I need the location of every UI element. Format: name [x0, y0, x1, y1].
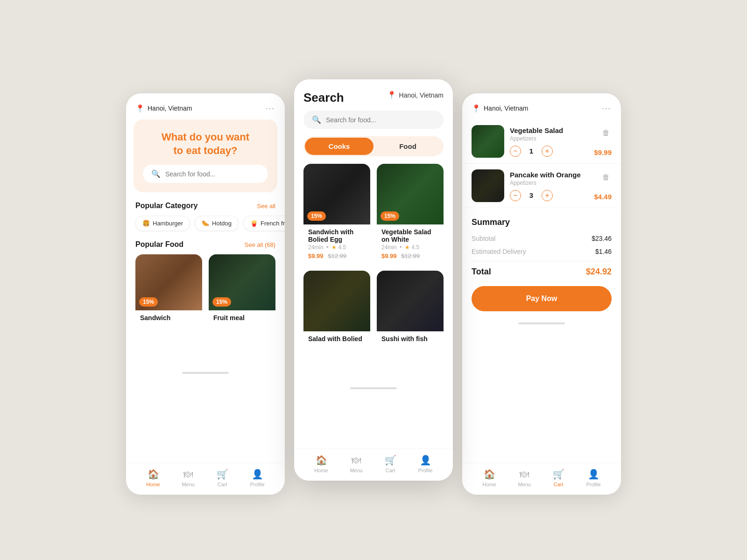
qty-increase-2[interactable]: +: [542, 190, 553, 201]
nav-home[interactable]: 🏠 Home: [146, 469, 160, 487]
search-food-card-3[interactable]: Salad with Bolied: [303, 271, 370, 343]
screens-container: 📍 Hanoi, Vietnam ⋯ What do you want to e…: [107, 37, 640, 523]
search-food-card-1[interactable]: 15% Sandwich with Bolied Egg 24min • ★ 4…: [303, 164, 370, 264]
cart-item-2: Pancake with Orange Appetizers − 3 + 🗑 $…: [462, 164, 621, 208]
hero-section: What do you want to eat today? 🔍: [134, 119, 277, 192]
home-menu-icon[interactable]: ⋯: [265, 103, 275, 114]
food-card-sandwich[interactable]: 15% Sandwich: [135, 254, 202, 323]
qty-value-2: 3: [527, 191, 536, 199]
profile-icon: 👤: [252, 469, 263, 480]
category-chips: 🍔 Hamburger 🌭 Hotdog 🍟 French fri...: [126, 216, 285, 240]
search-food-grid: 15% Sandwich with Bolied Egg 24min • ★ 4…: [294, 164, 453, 343]
cart-item-category-2: Appetizers: [510, 180, 588, 186]
summary-delivery-row: Estimated Delivery $1.46: [472, 248, 612, 255]
cart-scroll-indicator: [518, 322, 565, 324]
total-row: Total $24.92: [472, 267, 612, 277]
cart-delete-2[interactable]: 🗑: [600, 171, 612, 183]
search-bar-icon: 🔍: [312, 115, 321, 124]
search-nav-cart[interactable]: 🛒 Cart: [385, 455, 396, 473]
search-nav-profile-label: Profile: [418, 468, 432, 473]
chip-hotdog[interactable]: 🌭 Hotdog: [195, 216, 239, 231]
cart-item-info-1: Vegetable Salad Appetizers − 1 +: [510, 126, 588, 157]
home-location: 📍 Hanoi, Vietnam: [135, 104, 192, 113]
hero-search-bar[interactable]: 🔍: [143, 165, 268, 183]
cart-nav-home[interactable]: 🏠 Home: [482, 469, 496, 487]
cart-profile-icon: 👤: [588, 469, 599, 480]
cart-qty-row-1: − 1 +: [510, 146, 588, 157]
menu-icon: 🍽: [183, 469, 193, 480]
search-discount-1: 15%: [307, 211, 326, 221]
cart-nav-menu-label: Menu: [518, 482, 531, 487]
cart-nav-menu[interactable]: 🍽 Menu: [518, 469, 531, 487]
cart-nav-cart[interactable]: 🛒 Cart: [553, 469, 564, 487]
search-nav-menu[interactable]: 🍽 Menu: [350, 455, 363, 473]
qty-value-1: 1: [527, 147, 536, 155]
popular-food-title: Popular Food: [135, 240, 183, 249]
food-card-fruit[interactable]: 15% Fruit meal: [209, 254, 275, 323]
cart-nav-bar: 🏠 Home 🍽 Menu 🛒 Cart 👤 Profile: [462, 462, 621, 495]
hero-search-input[interactable]: [165, 170, 260, 178]
hero-title: What do you want to eat today?: [143, 131, 268, 157]
qty-decrease-2[interactable]: −: [510, 190, 521, 201]
nav-cart[interactable]: 🛒 Cart: [217, 469, 228, 487]
cart-home-icon: 🏠: [484, 469, 495, 480]
search-location-icon: 📍: [387, 91, 396, 99]
search-input[interactable]: [326, 116, 435, 124]
cart-item-category-1: Appetizers: [510, 135, 588, 142]
cart-item-name-2: Pancake with Orange: [510, 171, 588, 179]
search-food-card-2[interactable]: 15% Vegetable Salad on White 24min • ★ 4…: [377, 164, 444, 264]
chip-hamburger[interactable]: 🍔 Hamburger: [135, 216, 190, 231]
search-food-name-2: Vegetable Salad on White: [377, 224, 444, 244]
pay-now-button[interactable]: Pay Now: [472, 286, 612, 311]
search-scroll-indicator: [350, 387, 397, 389]
cart-item-1: Vegetable Salad Appetizers − 1 + 🗑 $9.99: [462, 119, 621, 164]
total-value: $24.92: [586, 267, 612, 277]
popular-food-grid: 15% Sandwich 15% Fruit meal: [126, 254, 285, 333]
nav-profile-label: Profile: [250, 482, 264, 487]
cart-menu-icon[interactable]: ⋯: [601, 103, 612, 114]
filter-tabs: Cooks Food: [303, 136, 444, 156]
qty-increase-1[interactable]: +: [542, 146, 553, 157]
search-cart-icon: 🛒: [385, 455, 396, 466]
nav-menu[interactable]: 🍽 Menu: [182, 469, 195, 487]
search-nav-menu-label: Menu: [350, 468, 363, 473]
search-nav-home[interactable]: 🏠 Home: [314, 455, 328, 473]
search-location: 📍 Hanoi, Vietnam: [387, 91, 444, 99]
nav-home-label: Home: [146, 482, 160, 487]
summary-section: Summary Subtotal $23.46 Estimated Delive…: [462, 208, 621, 277]
nav-profile[interactable]: 👤 Profile: [250, 469, 264, 487]
discount-badge-sandwich: 15%: [139, 297, 158, 307]
search-food-name-1: Sandwich with Bolied Egg: [303, 224, 370, 244]
search-bar[interactable]: 🔍: [303, 111, 444, 129]
cart-nav-home-label: Home: [482, 482, 496, 487]
search-food-meta-2: 24min • ★ 4.5: [377, 244, 444, 252]
summary-subtotal-row: Subtotal $23.46: [472, 235, 612, 242]
cart-item-name-1: Vegetable Salad: [510, 126, 588, 134]
cart-menu-icon-nav: 🍽: [520, 469, 529, 480]
home-header: 📍 Hanoi, Vietnam ⋯: [126, 93, 285, 119]
search-page-title: Search: [303, 91, 344, 105]
search-food-img-1: 15%: [303, 164, 370, 224]
total-label: Total: [472, 267, 491, 277]
cart-header: 📍 Hanoi, Vietnam ⋯: [462, 93, 621, 119]
cart-nav-profile[interactable]: 👤 Profile: [586, 469, 600, 487]
popular-category-header: Popular Category See all: [126, 202, 285, 216]
search-food-img-2: 15%: [377, 164, 444, 224]
home-nav-bar: 🏠 Home 🍽 Menu 🛒 Cart 👤 Profile: [126, 462, 285, 495]
popular-food-see-all[interactable]: See all (68): [245, 241, 275, 248]
location-icon: 📍: [135, 104, 145, 113]
search-food-card-4[interactable]: Sushi with fish: [377, 271, 444, 343]
cart-item-img-1: [472, 125, 504, 158]
qty-decrease-1[interactable]: −: [510, 146, 521, 157]
search-nav-profile[interactable]: 👤 Profile: [418, 455, 432, 473]
cart-cart-icon: 🛒: [553, 469, 564, 480]
search-food-img-3: [303, 271, 370, 331]
hero-search-icon: 🔍: [151, 169, 161, 178]
chip-french-fries[interactable]: 🍟 French fri...: [243, 216, 285, 231]
tab-cooks[interactable]: Cooks: [305, 138, 374, 155]
scroll-indicator: [182, 372, 229, 374]
search-screen: Search 📍 Hanoi, Vietnam 🔍 Cooks Food 15%: [294, 79, 453, 481]
tab-food[interactable]: Food: [374, 138, 442, 155]
cart-delete-1[interactable]: 🗑: [600, 127, 612, 139]
popular-category-see-all[interactable]: See all: [257, 203, 275, 210]
